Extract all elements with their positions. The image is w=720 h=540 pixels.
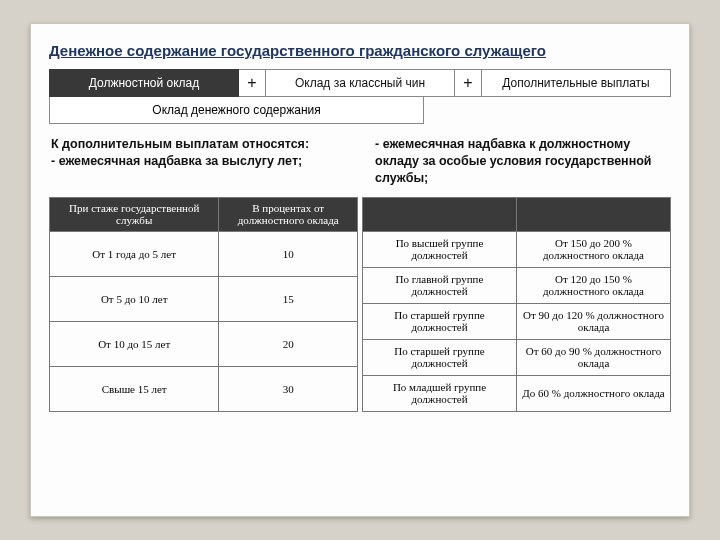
description-left: К дополнительным выплатам относятся: - е… (51, 136, 345, 187)
cell: 30 (219, 366, 358, 411)
table-row: По главной группе должностей От 120 до 1… (363, 267, 671, 303)
description-right: - ежемесячная надбавка к должностному ок… (375, 136, 669, 187)
th-percent: В процентах от должностного оклада (219, 197, 358, 231)
cell: От 90 до 120 % должностного оклада (517, 303, 671, 339)
cell: От 10 до 15 лет (50, 321, 219, 366)
table-header-row: При стаже государственной службы В проце… (50, 197, 358, 231)
cell: По главной группе должностей (363, 267, 517, 303)
plus-icon: + (239, 69, 265, 97)
formula-row: Должностной оклад + Оклад за классный чи… (49, 69, 671, 97)
table-row: От 5 до 10 лет 15 (50, 276, 358, 321)
cell: По младшей группе должностей (363, 375, 517, 411)
formula-box-rank: Оклад за классный чин (265, 69, 455, 97)
table-row: Свыше 15 лет 30 (50, 366, 358, 411)
cell: От 5 до 10 лет (50, 276, 219, 321)
spacer (424, 97, 671, 124)
cell: По высшей группе должностей (363, 231, 517, 267)
page-title: Денежное содержание государственного гра… (49, 42, 671, 59)
th-seniority: При стаже государственной службы (50, 197, 219, 231)
tables-row: При стаже государственной службы В проце… (49, 197, 671, 412)
table-seniority: При стаже государственной службы В проце… (49, 197, 358, 412)
formula-subrow: Оклад денежного содержания (49, 97, 671, 124)
cell: От 150 до 200 % должностного оклада (517, 231, 671, 267)
description-columns: К дополнительным выплатам относятся: - е… (51, 136, 669, 187)
table-row: По высшей группе должностей От 150 до 20… (363, 231, 671, 267)
slide: Денежное содержание государственного гра… (30, 23, 690, 517)
cell: От 60 до 90 % должностного оклада (517, 339, 671, 375)
plus-icon: + (455, 69, 481, 97)
th-group (363, 197, 517, 231)
table-row: По младшей группе должностей До 60 % дол… (363, 375, 671, 411)
cell: 15 (219, 276, 358, 321)
table-header-row (363, 197, 671, 231)
table-row: По старшей группе должностей От 60 до 90… (363, 339, 671, 375)
cell: От 1 года до 5 лет (50, 231, 219, 276)
formula-box-salary: Должностной оклад (49, 69, 239, 97)
cell: 10 (219, 231, 358, 276)
table-row: От 10 до 15 лет 20 (50, 321, 358, 366)
formula-box-additional: Дополнительные выплаты (481, 69, 671, 97)
th-range (517, 197, 671, 231)
cell: 20 (219, 321, 358, 366)
formula-box-monetary: Оклад денежного содержания (49, 97, 424, 124)
table-row: По старшей группе должностей От 90 до 12… (363, 303, 671, 339)
cell: По старшей группе должностей (363, 339, 517, 375)
cell: До 60 % должностного оклада (517, 375, 671, 411)
cell: От 120 до 150 % должностного оклада (517, 267, 671, 303)
table-row: От 1 года до 5 лет 10 (50, 231, 358, 276)
cell: Свыше 15 лет (50, 366, 219, 411)
table-group: По высшей группе должностей От 150 до 20… (362, 197, 671, 412)
cell: По старшей группе должностей (363, 303, 517, 339)
